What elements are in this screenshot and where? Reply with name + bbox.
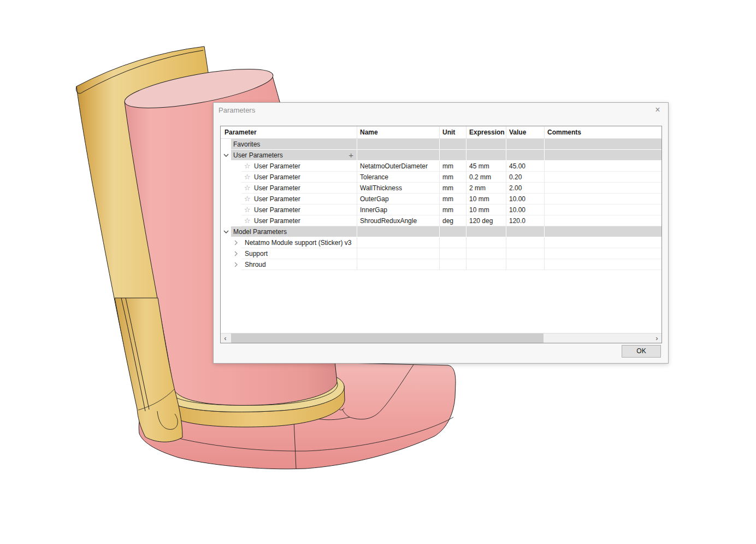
parameter-comment[interactable]: [545, 172, 662, 183]
parameter-name[interactable]: WallThickness: [357, 183, 440, 194]
favorite-star-icon[interactable]: ☆: [243, 194, 252, 204]
parameter-expression[interactable]: 120 deg: [466, 215, 506, 226]
parameter-expression[interactable]: 0.2 mm: [466, 172, 506, 183]
table-row-parameter[interactable]: ☆User Parameter NetatmoOuterDiameter mm …: [221, 161, 662, 172]
parameter-name[interactable]: NetatmoOuterDiameter: [357, 161, 440, 172]
parameter-value: 0.20: [506, 172, 545, 183]
table-row-parameter[interactable]: ☆User Parameter InnerGap mm 10 mm 10.00: [221, 204, 662, 215]
parameter-type-label: User Parameter: [254, 161, 300, 172]
favorite-star-icon[interactable]: ☆: [243, 215, 252, 226]
parameter-type-label: User Parameter: [254, 215, 300, 226]
chevron-right-icon[interactable]: [231, 259, 241, 270]
parameter-expression[interactable]: 10 mm: [466, 194, 506, 204]
parameter-comment[interactable]: [545, 194, 662, 204]
parameter-comment[interactable]: [545, 215, 662, 226]
table-row-parameter[interactable]: ☆User Parameter ShroudReduxAngle deg 120…: [221, 215, 662, 226]
table-header-row: Parameter Name Unit Expression Value Com…: [221, 126, 662, 139]
parameter-comment[interactable]: [545, 204, 662, 215]
parameter-value: 2.00: [506, 183, 545, 194]
table-row-component[interactable]: Shroud: [221, 259, 662, 270]
parameter-unit: mm: [440, 161, 466, 172]
parameter-unit: mm: [440, 194, 466, 204]
parameter-unit: deg: [440, 215, 466, 226]
table-row-parameter[interactable]: ☆User Parameter WallThickness mm 2 mm 2.…: [221, 183, 662, 194]
column-header-name: Name: [357, 126, 440, 138]
table-row-favorites[interactable]: Favorites: [221, 139, 662, 150]
table-row-parameter[interactable]: ☆User Parameter OuterGap mm 10 mm 10.00: [221, 194, 662, 204]
table-row-user-parameters[interactable]: User Parameters +: [221, 150, 662, 161]
parameter-value: 120.0: [506, 215, 545, 226]
scrollbar-thumb[interactable]: [231, 334, 544, 343]
chevron-down-icon[interactable]: [221, 150, 231, 161]
favorite-star-icon[interactable]: ☆: [243, 183, 252, 194]
table-row-model-parameters[interactable]: Model Parameters: [221, 226, 662, 237]
table-row-parameter[interactable]: ☆User Parameter Tolerance mm 0.2 mm 0.20: [221, 172, 662, 183]
parameters-table: Parameter Name Unit Expression Value Com…: [220, 126, 662, 343]
parameters-dialog: Parameters × Parameter Name Unit Express…: [213, 102, 669, 364]
scroll-right-icon[interactable]: ›: [652, 334, 662, 343]
chevron-down-icon[interactable]: [221, 226, 231, 237]
parameter-name[interactable]: InnerGap: [357, 204, 440, 215]
ok-button[interactable]: OK: [622, 345, 661, 358]
favorite-star-icon[interactable]: ☆: [243, 172, 252, 183]
parameter-unit: mm: [440, 183, 466, 194]
section-label: User Parameters +: [231, 150, 357, 161]
parameter-expression[interactable]: 2 mm: [466, 183, 506, 194]
parameter-value: 10.00: [506, 194, 545, 204]
table-row-component[interactable]: Support: [221, 248, 662, 259]
add-parameter-button[interactable]: +: [349, 150, 353, 160]
parameter-value: 45.00: [506, 161, 545, 172]
chevron-right-icon[interactable]: [231, 248, 241, 259]
scrollbar-track[interactable]: [230, 334, 652, 343]
parameter-type-label: User Parameter: [254, 204, 300, 215]
column-header-value: Value: [506, 126, 545, 138]
dialog-title: Parameters: [218, 106, 255, 114]
parameter-comment[interactable]: [545, 161, 662, 172]
application-window: { "viewport": { "colors": { "shroud_yell…: [0, 0, 756, 544]
scroll-left-icon[interactable]: ‹: [221, 334, 230, 343]
column-header-parameter: Parameter: [221, 126, 357, 138]
section-label: Favorites: [231, 139, 357, 150]
parameter-type-label: User Parameter: [254, 183, 300, 194]
column-header-unit: Unit: [440, 126, 466, 138]
parameter-comment[interactable]: [545, 183, 662, 194]
favorite-star-icon[interactable]: ☆: [243, 161, 252, 172]
parameter-name[interactable]: Tolerance: [357, 172, 440, 183]
component-label: Shroud: [245, 259, 266, 270]
horizontal-scrollbar[interactable]: ‹ ›: [221, 333, 662, 343]
section-label: Model Parameters: [231, 226, 357, 237]
parameter-value: 10.00: [506, 204, 545, 215]
parameter-expression[interactable]: 45 mm: [466, 161, 506, 172]
parameter-unit: mm: [440, 204, 466, 215]
parameter-name[interactable]: OuterGap: [357, 194, 440, 204]
parameter-expression[interactable]: 10 mm: [466, 204, 506, 215]
parameter-unit: mm: [440, 172, 466, 183]
parameter-type-label: User Parameter: [254, 194, 300, 204]
component-label: Support: [245, 248, 268, 259]
column-header-comments: Comments: [545, 126, 662, 138]
close-icon[interactable]: ×: [652, 104, 663, 115]
table-empty-area: [221, 270, 662, 333]
parameter-type-label: User Parameter: [254, 172, 300, 183]
component-label: Netatmo Module support (Sticker) v3: [245, 237, 351, 248]
table-row-component[interactable]: Netatmo Module support (Sticker) v3: [221, 237, 662, 248]
chevron-right-icon[interactable]: [231, 237, 241, 248]
column-header-expression: Expression: [466, 126, 506, 138]
parameter-name[interactable]: ShroudReduxAngle: [357, 215, 440, 226]
favorite-star-icon[interactable]: ☆: [243, 204, 252, 215]
